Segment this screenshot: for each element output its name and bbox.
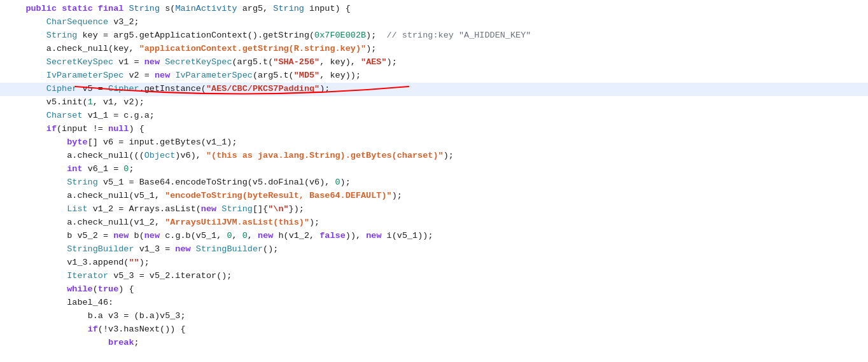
code-token: 0 xyxy=(242,230,248,243)
code-line: SecretKeySpec v1 = new SecretKeySpec(arg… xyxy=(0,56,868,69)
code-token: new xyxy=(113,230,129,243)
code-token: "AES" xyxy=(361,56,387,69)
code-token: 0 xyxy=(335,176,340,190)
code-token: (arg5.t( xyxy=(232,56,274,69)
code-token: , v1, v2); xyxy=(93,96,144,109)
code-token: MainActivity xyxy=(175,3,237,16)
code-token: label_46: xyxy=(67,296,113,310)
code-token: input) { xyxy=(304,3,351,16)
code-token: String xyxy=(221,203,253,216)
code-token xyxy=(160,56,165,69)
code-token: ) { xyxy=(118,283,134,296)
code-token xyxy=(5,256,67,270)
code-viewer: public static final String s(MainActivit… xyxy=(0,0,868,362)
code-token: ); xyxy=(309,216,319,230)
code-token: final xyxy=(98,3,124,16)
code-token: v1_2 = Arrays.asList( xyxy=(88,203,201,216)
code-token xyxy=(5,123,46,136)
code-line: a.check_null(key, "applicationContext.ge… xyxy=(0,43,868,56)
code-token: v5_1 = Base64.encodeToString(v5.doFinal(… xyxy=(98,176,335,190)
code-token: s( xyxy=(160,3,175,16)
code-token: public xyxy=(25,3,57,16)
code-token: , key), xyxy=(319,56,361,69)
code-token: (arg5.t( xyxy=(253,69,294,83)
code-token: 0 xyxy=(227,230,232,243)
code-token: .a)v5_3; xyxy=(144,310,186,323)
code-line: v1_3.append(""); xyxy=(0,256,868,270)
code-token: a xyxy=(67,150,72,163)
code-token: b xyxy=(139,310,144,323)
code-token: .check_null(v5_1, xyxy=(72,190,165,203)
code-token: v6_1 = xyxy=(83,163,124,176)
code-line: b.a v3 = (b.a)v5_3; xyxy=(0,310,868,323)
code-token: "applicationContext.getString(R.string.k… xyxy=(139,43,366,56)
code-token: String xyxy=(273,3,304,16)
code-line: int v6_1 = 0; xyxy=(0,163,868,176)
code-line: label_46: xyxy=(0,296,868,310)
code-token: , xyxy=(232,230,242,243)
code-token: 0 xyxy=(123,163,129,176)
code-token: SecretKeySpec xyxy=(165,56,232,69)
code-token xyxy=(123,3,129,16)
code-token: , key)); xyxy=(319,69,361,83)
code-token xyxy=(216,203,221,216)
code-token: v5_2 = xyxy=(72,230,113,243)
code-line: String v5_1 = Base64.encodeToString(v5.d… xyxy=(0,176,868,190)
code-token: v2 = xyxy=(123,69,155,83)
code-token: v1_3.append( xyxy=(67,256,129,270)
code-token: ); xyxy=(319,83,330,96)
code-token: v1_1 = c.g.a; xyxy=(83,109,155,123)
code-token: .check_null(v1_2, xyxy=(72,216,165,230)
code-token: "AES/CBC/PKCS7Padding" xyxy=(206,83,319,96)
code-token: // string:key "A_HIDDEN_KEY" xyxy=(387,29,531,43)
code-token: new xyxy=(155,69,170,83)
code-token: Cipher xyxy=(46,83,78,96)
code-token: .getInstance( xyxy=(139,83,206,96)
code-line: StringBuilder v1_3 = new StringBuilder()… xyxy=(0,243,868,256)
code-token: ); xyxy=(366,43,376,56)
code-token xyxy=(191,243,196,256)
code-token: a xyxy=(67,190,72,203)
code-token xyxy=(5,83,46,96)
code-token xyxy=(5,270,67,283)
code-token: ); xyxy=(366,29,386,43)
code-token: IvParameterSpec xyxy=(46,69,124,83)
code-token: Charset xyxy=(46,109,83,123)
code-token: "(this as java.lang.String).getBytes(cha… xyxy=(206,150,444,163)
code-token: v1_3 = xyxy=(134,243,176,256)
code-token: ); xyxy=(444,150,454,163)
code-token: new xyxy=(144,56,160,69)
code-token: [] v6 = input.getBytes(v1_1); xyxy=(88,136,237,150)
code-token xyxy=(5,163,67,176)
code-token: )), xyxy=(346,230,366,243)
code-token: arg5, xyxy=(237,3,274,16)
code-token: true xyxy=(98,283,118,296)
code-line: byte[] v6 = input.getBytes(v1_1); xyxy=(0,136,868,150)
code-token: , xyxy=(248,230,258,243)
code-line: while(true) { xyxy=(0,283,868,296)
code-token: break xyxy=(108,337,134,350)
code-token xyxy=(5,150,67,163)
code-token: (); xyxy=(263,243,278,256)
code-token: new xyxy=(201,203,216,216)
code-line: v5.init(1, v1, v2); xyxy=(0,96,868,109)
code-token: String xyxy=(67,176,98,190)
code-token: a xyxy=(67,216,72,230)
code-token: while xyxy=(67,283,93,296)
code-token: c.g.b(v5_1, xyxy=(160,230,227,243)
code-token: String xyxy=(129,3,160,16)
code-token: b xyxy=(88,310,93,323)
code-token: v5.init( xyxy=(46,96,88,109)
code-line: Cipher v5 = Cipher.getInstance("AES/CBC/… xyxy=(0,83,868,96)
code-token: StringBuilder xyxy=(196,243,263,256)
code-token: v5 = xyxy=(77,83,108,96)
code-token: SecretKeySpec xyxy=(46,56,113,69)
code-token xyxy=(5,323,88,337)
code-token: ); xyxy=(392,190,402,203)
code-token: byte xyxy=(67,136,87,150)
code-token: h(v1_2, xyxy=(273,230,319,243)
code-token xyxy=(5,69,46,83)
code-token: b( xyxy=(129,230,144,243)
code-token xyxy=(5,190,67,203)
code-token: ); xyxy=(340,176,351,190)
